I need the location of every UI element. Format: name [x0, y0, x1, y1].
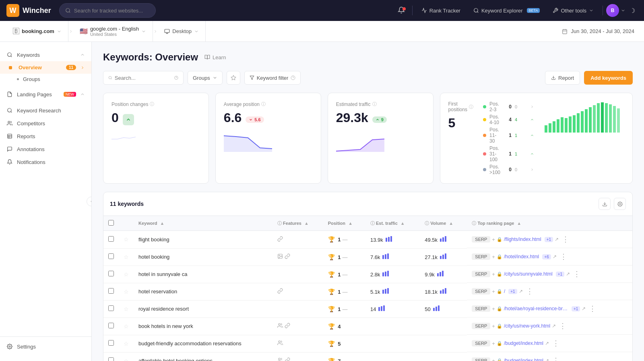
serp-btn[interactable]: SERP — [472, 271, 490, 277]
sidebar-item-overview[interactable]: Overview 11 — [0, 61, 91, 74]
th-keyword[interactable]: Keyword ▲ — [134, 216, 272, 231]
ext-link-icon[interactable]: ↗ — [553, 254, 557, 259]
sidebar-item-notifications[interactable]: Notifications — [0, 156, 91, 168]
ext-link-icon[interactable]: ↗ — [545, 358, 549, 361]
ext-link-icon[interactable]: ↗ — [552, 323, 556, 329]
region-selector[interactable]: 🇺🇸 google.com - English United States — [73, 21, 153, 41]
page-link[interactable]: /hotel/index.html — [504, 254, 539, 259]
page-link[interactable]: /hotel/ae/royal-residence-branch — [504, 306, 568, 311]
sidebar-item-keyword-research[interactable]: Keyword Research — [0, 104, 91, 117]
user-avatar-btn[interactable]: B — [606, 4, 625, 17]
keyword-filter-btn[interactable]: Keyword filter — [244, 71, 301, 85]
more-options-btn[interactable]: ⋮ — [589, 304, 596, 313]
ext-link-icon[interactable]: ↗ — [566, 271, 570, 277]
keyword-search-input[interactable] — [115, 75, 172, 81]
global-search[interactable]: Search for tracked websites... — [59, 3, 156, 18]
favorite-filter-btn[interactable] — [227, 71, 240, 85]
row-star[interactable]: ☆ — [124, 323, 129, 330]
learn-btn[interactable]: Learn — [204, 54, 226, 60]
position-changes-info[interactable]: ⓘ — [150, 101, 154, 107]
sidebar-item-annotations[interactable]: Annotations — [0, 143, 91, 156]
serp-btn[interactable]: SERP — [472, 323, 490, 329]
traffic-info-icon[interactable]: ⓘ — [370, 221, 375, 226]
row-checkbox[interactable] — [108, 253, 114, 259]
row-checkbox[interactable] — [108, 357, 114, 361]
more-options-btn[interactable]: ⋮ — [552, 339, 559, 348]
page-link[interactable]: /budget/index.html — [504, 340, 543, 346]
keyword-search-wrap[interactable] — [103, 71, 184, 85]
add-page-icon[interactable]: + — [492, 271, 495, 277]
add-keywords-btn[interactable]: Add keywords — [584, 71, 633, 85]
row-star[interactable]: ☆ — [124, 358, 129, 361]
row-star[interactable]: ☆ — [124, 236, 129, 243]
ext-link-icon[interactable]: ↗ — [545, 340, 549, 346]
row-star[interactable]: ☆ — [124, 254, 129, 260]
ranking-info-icon[interactable]: ⓘ — [472, 221, 476, 226]
th-volume[interactable]: ⓘ Volume ▲ — [420, 216, 467, 231]
page-link[interactable]: /city/us/sunnyvale.html — [504, 271, 553, 277]
more-options-btn[interactable]: ⋮ — [559, 322, 566, 330]
sidebar-item-keywords[interactable]: Keywords — [0, 48, 91, 61]
keyword-explorer-btn[interactable]: Keyword Explorer BETA — [468, 5, 545, 16]
other-tools-btn[interactable]: Other tools — [547, 5, 599, 16]
groups-btn[interactable]: Groups — [188, 71, 223, 85]
rank-tracker-btn[interactable]: Rank Tracker — [416, 5, 466, 16]
theme-toggle-btn[interactable]: ☽ — [627, 4, 638, 17]
more-options-btn[interactable]: ⋮ — [552, 356, 559, 361]
more-options-btn[interactable]: ⋮ — [526, 287, 533, 296]
more-options-btn[interactable]: ⋮ — [573, 270, 580, 278]
report-btn[interactable]: Report — [545, 71, 580, 85]
serp-btn[interactable]: SERP — [472, 305, 490, 312]
add-page-icon[interactable]: + — [492, 288, 495, 295]
serp-btn[interactable]: SERP — [472, 340, 490, 346]
row-star[interactable]: ☆ — [124, 271, 129, 278]
device-selector[interactable]: Desktop — [158, 21, 206, 41]
serp-btn[interactable]: SERP — [472, 253, 490, 260]
serp-btn[interactable]: SERP — [472, 236, 490, 243]
row-checkbox[interactable] — [108, 305, 114, 311]
sidebar-item-settings[interactable]: Settings — [0, 340, 91, 353]
website-selector[interactable]: 🇧 booking.com — [6, 21, 68, 41]
th-features[interactable]: ⓘ Features ▲ — [272, 216, 323, 231]
ext-link-icon[interactable]: ↗ — [555, 237, 559, 242]
th-top-ranking[interactable]: ⓘ Top ranking page ▲ — [467, 216, 632, 231]
add-page-icon[interactable]: + — [492, 340, 495, 346]
row-checkbox[interactable] — [108, 271, 114, 276]
sidebar-item-landing-pages[interactable]: Landing Pages NEW — [0, 88, 91, 101]
settings-table-btn[interactable] — [614, 198, 626, 210]
more-options-btn[interactable]: ⋮ — [562, 235, 569, 244]
add-page-icon[interactable]: + — [492, 254, 495, 260]
row-checkbox[interactable] — [108, 236, 114, 242]
est-traffic-info[interactable]: ⓘ — [372, 101, 377, 107]
th-position[interactable]: Position ▲ — [323, 216, 365, 231]
serp-btn[interactable]: SERP — [472, 357, 490, 361]
add-page-icon[interactable]: + — [492, 306, 495, 312]
page-link[interactable]: /city/us/new-york.html — [504, 323, 550, 329]
app-logo[interactable]: W Wincher — [6, 4, 51, 17]
sidebar-collapse-btn[interactable] — [87, 197, 92, 206]
page-link[interactable]: /flights/index.html — [504, 237, 541, 242]
row-checkbox[interactable] — [108, 288, 114, 294]
first-pos-info[interactable]: ⓘ — [469, 104, 473, 110]
select-all-checkbox[interactable] — [108, 220, 114, 226]
features-info-icon[interactable]: ⓘ — [277, 221, 282, 226]
row-checkbox[interactable] — [108, 323, 114, 328]
notifications-icon-btn[interactable] — [394, 4, 409, 17]
date-range-picker[interactable]: Jun 30, 2024 - Jul 30, 2024 — [562, 28, 638, 34]
avg-pos-info[interactable]: ⓘ — [261, 101, 266, 107]
export-btn[interactable] — [599, 198, 611, 210]
sidebar-subitem-groups[interactable]: Groups — [0, 74, 91, 85]
row-star[interactable]: ☆ — [124, 340, 129, 347]
th-est-traffic[interactable]: ⓘ Est. traffic ▲ — [365, 216, 420, 231]
sidebar-item-competitors[interactable]: Competitors — [0, 117, 91, 130]
page-link[interactable]: /budget/index.html — [504, 358, 543, 361]
volume-info-icon[interactable]: ⓘ — [425, 221, 429, 226]
ext-link-icon[interactable]: ↗ — [582, 306, 586, 311]
add-page-icon[interactable]: + — [492, 323, 495, 329]
row-star[interactable]: ☆ — [124, 306, 129, 312]
add-page-icon[interactable]: + — [492, 358, 495, 361]
page-link[interactable]: / — [504, 288, 505, 294]
ext-link-icon[interactable]: ↗ — [519, 288, 523, 294]
serp-btn[interactable]: SERP — [472, 288, 490, 295]
row-checkbox[interactable] — [108, 340, 114, 346]
